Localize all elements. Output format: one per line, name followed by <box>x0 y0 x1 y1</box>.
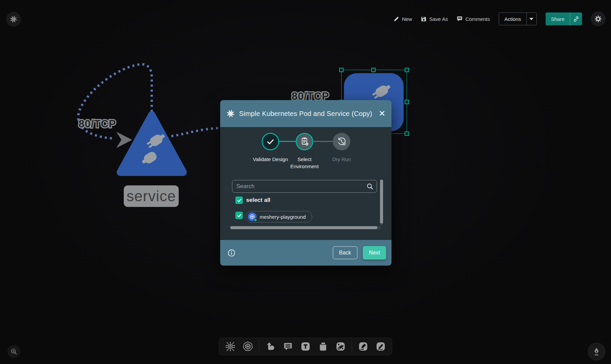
info-icon[interactable] <box>228 249 235 257</box>
resize-handle-e[interactable] <box>405 100 409 104</box>
close-icon[interactable]: ✕ <box>379 110 385 118</box>
check-icon <box>237 198 242 203</box>
dock-divider <box>352 340 352 353</box>
kubernetes-icon <box>248 212 257 221</box>
environment-chip[interactable]: meshery-playground <box>246 211 312 222</box>
pen-nib-icon <box>592 347 601 356</box>
resize-handle-se[interactable] <box>405 131 409 136</box>
modal-header: Simple Kubernetes Pod and Service (Copy)… <box>220 100 391 127</box>
connection-status-dot <box>254 218 257 222</box>
media-icon[interactable] <box>317 340 329 353</box>
pencil-icon[interactable] <box>374 340 387 353</box>
dock-divider <box>259 340 259 353</box>
zoom-in-icon <box>10 348 17 355</box>
service-node[interactable] <box>116 110 187 178</box>
edge-label-80tcp: 80/TCP <box>79 118 116 130</box>
resize-handle-ne[interactable] <box>405 68 409 72</box>
select-all-checkbox[interactable] <box>235 196 243 204</box>
modal-footer: Back Next <box>220 240 391 266</box>
resize-handle-n[interactable] <box>371 68 376 72</box>
meshery-logo-icon <box>226 109 235 118</box>
pen-icon[interactable] <box>357 340 370 353</box>
horizontal-scrollbar[interactable] <box>230 226 381 229</box>
resize-handle-nw[interactable] <box>339 68 344 72</box>
service-node-label: service <box>124 185 179 207</box>
check-icon <box>266 137 275 146</box>
text-icon[interactable] <box>299 340 312 353</box>
step-dry-run[interactable] <box>333 133 350 150</box>
next-button[interactable]: Next <box>363 246 386 260</box>
whiteboard-pen-button[interactable] <box>587 342 606 361</box>
environment-checkbox[interactable] <box>235 212 243 219</box>
step-label-select-environment: Select Environment <box>284 156 325 170</box>
environment-search <box>232 180 377 193</box>
clipboard-gear-icon <box>300 137 309 146</box>
step-select-environment[interactable] <box>296 133 313 150</box>
step-label-dry-run: Dry Run <box>321 156 362 163</box>
link-icon[interactable] <box>334 340 347 353</box>
select-all-label: select all <box>246 197 270 204</box>
environment-name: meshery-playground <box>260 214 306 220</box>
step-validate-design[interactable] <box>262 133 279 150</box>
zoom-in-button[interactable] <box>7 345 20 358</box>
scrollbar-thumb[interactable] <box>230 226 377 229</box>
check-icon <box>237 213 242 218</box>
deploy-design-modal: Simple Kubernetes Pod and Service (Copy)… <box>220 100 391 266</box>
step-connector-done <box>279 141 296 142</box>
modal-title: Simple Kubernetes Pod and Service (Copy) <box>239 110 375 118</box>
search-icon[interactable] <box>367 183 373 190</box>
back-button[interactable]: Back <box>333 246 358 259</box>
history-gear-icon <box>337 137 346 146</box>
canvas-toolbar-dock <box>219 338 392 355</box>
shapes-icon[interactable] <box>264 340 277 353</box>
component-icon[interactable] <box>224 340 237 353</box>
scrollbar-thumb[interactable] <box>380 180 383 223</box>
step-connector-idle <box>313 141 333 142</box>
vertical-scrollbar[interactable] <box>380 180 383 225</box>
comment-icon[interactable] <box>282 340 294 353</box>
kubernetes-icon[interactable] <box>241 340 254 353</box>
search-input[interactable] <box>236 183 367 190</box>
